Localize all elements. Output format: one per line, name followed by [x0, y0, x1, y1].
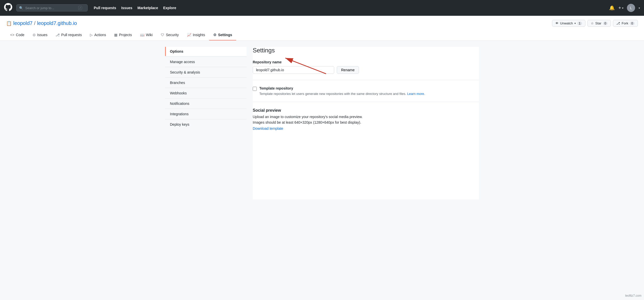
template-repo-section: Template repository Template repositorie…	[253, 86, 479, 102]
content-area: Options Manage access Security & analysi…	[159, 41, 485, 199]
repo-separator: /	[34, 20, 36, 26]
watch-button[interactable]: 👁 Unwatch ▾ 1	[552, 20, 585, 27]
sidebar-item-security-analysis[interactable]: Security & analysis	[165, 68, 247, 77]
notifications-button[interactable]: 🔔	[609, 5, 615, 11]
repo-title-row: 📋 leopold7 / leopold7.github.io 👁 Unwatc…	[6, 20, 638, 30]
fork-count: 0	[630, 22, 635, 25]
settings-main: Settings Repository name Rename Template…	[253, 47, 479, 199]
repo-actions: 👁 Unwatch ▾ 1 ☆ Star 0 ⎇ Fork 0	[552, 20, 638, 27]
sidebar-item-branches[interactable]: Branches	[165, 78, 247, 87]
template-checkbox-row: Template repository	[253, 86, 479, 91]
social-preview-desc: Upload an image to customize your reposi…	[253, 115, 479, 119]
repo-name-input[interactable]	[253, 66, 334, 74]
sidebar-item-manage-access[interactable]: Manage access	[165, 57, 247, 66]
social-preview-sub: Images should be at least 640×320px (128…	[253, 120, 479, 124]
tab-actions[interactable]: ▷ Actions	[86, 30, 110, 40]
topnav-links: Pull requests Issues Marketplace Explore	[94, 6, 176, 10]
search-icon: 🔍	[19, 6, 23, 10]
sidebar-divider	[165, 67, 247, 67]
avatar[interactable]: L	[627, 4, 635, 12]
github-logo[interactable]	[4, 3, 12, 13]
sidebar-divider	[165, 56, 247, 57]
slash-badge: /	[78, 6, 82, 10]
star-count: 0	[603, 22, 608, 25]
learn-more-link[interactable]: Learn more.	[407, 92, 425, 96]
search-input[interactable]	[25, 6, 76, 10]
topnav-marketplace[interactable]: Marketplace	[138, 6, 158, 10]
new-menu-button[interactable]: + ▾	[618, 5, 623, 11]
template-repo-checkbox[interactable]	[253, 87, 257, 91]
topnav-pull-requests[interactable]: Pull requests	[94, 6, 116, 10]
sidebar-item-notifications[interactable]: Notifications	[165, 99, 247, 108]
fork-label: Fork	[622, 21, 628, 25]
download-template-link[interactable]: Download template	[253, 126, 283, 131]
template-repo-desc: Template repositories let users generate…	[259, 92, 479, 96]
plus-icon: +	[618, 5, 621, 11]
star-label: Star	[595, 21, 601, 25]
topnav-issues[interactable]: Issues	[121, 6, 132, 10]
fork-icon: ⎇	[616, 21, 620, 25]
settings-icon: ⚙	[213, 33, 217, 37]
repo-owner-link[interactable]: leopold7	[13, 20, 33, 26]
security-icon: 🛡	[161, 33, 164, 37]
rename-button[interactable]: Rename	[337, 66, 359, 74]
repo-name-label: Repository name	[253, 60, 479, 64]
repo-name-link[interactable]: leopold7.github.io	[37, 20, 77, 26]
sidebar-item-deploy-keys[interactable]: Deploy keys	[165, 120, 247, 129]
settings-sidebar: Options Manage access Security & analysi…	[165, 47, 247, 199]
tab-security[interactable]: 🛡 Security	[157, 30, 183, 40]
watch-count: 1	[577, 22, 582, 25]
repo-title: 📋 leopold7 / leopold7.github.io	[6, 20, 77, 26]
chevron-down-icon: ▾	[622, 7, 623, 9]
template-repo-label: Template repository	[259, 86, 293, 90]
tab-pull-requests[interactable]: ⎇ Pull requests	[51, 30, 86, 40]
actions-icon: ▷	[90, 33, 93, 37]
star-button[interactable]: ☆ Star 0	[587, 20, 611, 27]
wiki-icon: 📖	[140, 33, 144, 37]
tab-settings[interactable]: ⚙ Settings	[209, 30, 236, 40]
search-bar[interactable]: 🔍 /	[16, 4, 88, 11]
watch-label: Unwatch	[560, 21, 573, 25]
projects-icon: ▦	[114, 33, 117, 37]
sidebar-item-options[interactable]: Options	[165, 47, 247, 56]
tab-wiki[interactable]: 📖 Wiki	[136, 30, 157, 40]
page-title: Settings	[253, 47, 479, 54]
issues-icon: ⊙	[33, 33, 36, 37]
sidebar-item-integrations[interactable]: Integrations	[165, 109, 247, 119]
insights-icon: 📈	[187, 33, 191, 37]
topnav-right: 🔔 + ▾ L ▾	[609, 4, 640, 12]
sidebar-divider	[165, 98, 247, 98]
repo-name-row: Rename	[253, 66, 479, 74]
code-icon: <>	[10, 33, 14, 37]
chevron-down-icon: ▾	[574, 22, 576, 25]
sidebar-divider	[165, 88, 247, 88]
fork-button[interactable]: ⎇ Fork 0	[613, 20, 638, 27]
topnav-explore[interactable]: Explore	[163, 6, 176, 10]
tab-insights[interactable]: 📈 Insights	[183, 30, 209, 40]
social-preview-section: Social preview Upload an image to custom…	[253, 108, 479, 131]
repo-name-section: Repository name Rename	[253, 60, 479, 80]
sidebar-divider	[165, 77, 247, 78]
tab-projects[interactable]: ▦ Projects	[110, 30, 136, 40]
repo-header: 📋 leopold7 / leopold7.github.io 👁 Unwatc…	[0, 16, 644, 41]
repo-tabs: <> Code ⊙ Issues ⎇ Pull requests ▷ Actio…	[6, 30, 638, 40]
avatar-chevron-icon: ▾	[639, 7, 640, 9]
tab-issues[interactable]: ⊙ Issues	[29, 30, 51, 40]
bell-icon: 🔔	[609, 5, 615, 11]
star-icon: ☆	[591, 21, 594, 25]
social-preview-title: Social preview	[253, 108, 479, 113]
sidebar-divider	[165, 109, 247, 109]
repo-icon: 📋	[6, 21, 12, 26]
sidebar-item-webhooks[interactable]: Webhooks	[165, 89, 247, 98]
tab-code[interactable]: <> Code	[6, 30, 29, 40]
pr-icon: ⎇	[56, 33, 60, 37]
sidebar-divider	[165, 119, 247, 119]
top-navigation: 🔍 / Pull requests Issues Marketplace Exp…	[0, 0, 644, 16]
eye-icon: 👁	[555, 21, 559, 25]
